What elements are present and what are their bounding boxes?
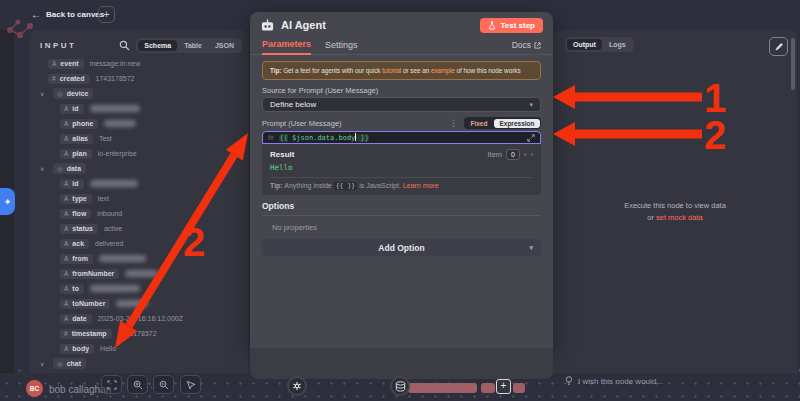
item-index-box[interactable]: 0 <box>506 149 520 160</box>
dialog-tabs: Parameters Settings Docs <box>250 38 553 55</box>
prompt-expression-input[interactable]: fx {{ $json.data.body }} <box>262 131 541 144</box>
schema-field-row[interactable]: Aack delivered <box>30 236 248 251</box>
tip-banner: Tip: Get a feel for agents with our quic… <box>262 61 541 80</box>
chevron-down-icon[interactable]: ∨ <box>40 165 47 172</box>
schema-key: id <box>72 105 78 112</box>
fit-view-icon <box>107 380 117 390</box>
learn-more-link[interactable]: Learn more <box>403 182 439 189</box>
zoom-out-icon <box>159 380 169 390</box>
node-title: AI Agent <box>281 19 326 31</box>
schema-field-row[interactable]: Aid <box>30 176 248 191</box>
zoom-out-button[interactable] <box>153 375 174 394</box>
tab-logs[interactable]: Logs <box>603 39 632 50</box>
add-option-button[interactable]: Add Option ▾ <box>262 239 541 256</box>
docs-link[interactable]: Docs <box>512 40 541 54</box>
mode-fixed[interactable]: Fixed <box>465 119 492 128</box>
tool-node-highlight-left <box>481 383 495 393</box>
schema-field-row[interactable]: Aalias Test <box>30 131 248 146</box>
kebab-menu-icon[interactable]: ⋮ <box>449 118 458 128</box>
schema-key: phone <box>72 120 93 127</box>
schema-object-row[interactable]: ∨ ◎device <box>30 86 248 101</box>
source-for-prompt-select[interactable]: Define below ▾ <box>262 97 541 112</box>
schema-field-row[interactable]: Aevent message:in:new <box>30 56 248 71</box>
expand-expression-icon[interactable] <box>527 134 535 142</box>
schema-field-row[interactable]: Aflow inbound <box>30 206 248 221</box>
schema-field-row[interactable]: AtoNumber <box>30 296 248 311</box>
schema-value: Hello <box>100 345 116 352</box>
result-value: Hello <box>270 163 533 172</box>
schema-field-row[interactable]: Afrom <box>30 251 248 266</box>
external-link-icon <box>534 42 541 49</box>
tab-schema[interactable]: Schema <box>138 40 177 51</box>
schema-value: text <box>98 195 109 202</box>
assistant-badge[interactable]: ✦ <box>0 188 15 215</box>
chevron-down-icon[interactable]: ∨ <box>40 360 47 367</box>
schema-object-row[interactable]: ∨ ◎data <box>30 161 248 176</box>
expression-text: $json.data.body <box>288 134 355 142</box>
schema-value: message:in:new <box>90 60 141 67</box>
back-to-canvas-button[interactable]: ← Back to canvas <box>31 9 104 20</box>
tab-json[interactable]: JSON <box>209 40 240 51</box>
schema-key: chat <box>67 360 81 367</box>
field-type-icon: A <box>64 300 68 307</box>
tool-node-highlight-right <box>513 383 525 393</box>
edit-output-button[interactable] <box>769 37 788 56</box>
schema-field-row[interactable]: Abody Hello <box>30 341 248 356</box>
field-type-icon: A <box>64 225 68 232</box>
schema-key: timestamp <box>72 330 107 337</box>
redacted-value <box>90 105 140 112</box>
search-icon[interactable] <box>119 40 130 51</box>
pointer-tool-button[interactable] <box>180 375 201 394</box>
example-link[interactable]: example <box>431 67 455 74</box>
set-mock-data-link[interactable]: set mock data <box>656 213 703 222</box>
tutorial-link[interactable]: tutorial <box>382 67 401 74</box>
tab-parameters[interactable]: Parameters <box>262 39 311 55</box>
fit-view-button[interactable] <box>101 375 122 394</box>
schema-field-row[interactable]: Aplan io-enterprise <box>30 146 248 161</box>
zoom-in-icon <box>133 380 143 390</box>
schema-value: delivered <box>95 240 123 247</box>
schema-field-row[interactable]: Atype text <box>30 191 248 206</box>
schema-object-row[interactable]: ∨ ◎chat <box>30 356 248 371</box>
test-step-button[interactable]: Test step <box>480 18 543 33</box>
field-type-icon: A <box>64 135 68 142</box>
tab-table[interactable]: Table <box>178 40 208 51</box>
node-feedback-prompt[interactable]: I wish this node would... <box>565 376 663 387</box>
schema-field-row[interactable]: Astatus active <box>30 221 248 236</box>
field-type-icon: A <box>64 210 68 217</box>
schema-key: alias <box>72 135 88 142</box>
schema-key: status <box>72 225 93 232</box>
schema-field-row[interactable]: #timestamp 1743178572 <box>30 326 248 341</box>
mode-expression[interactable]: Expression <box>494 119 539 128</box>
chat-model-connector[interactable] <box>287 376 307 396</box>
schema-value: 1743178572 <box>96 75 135 82</box>
prompt-field-header: Prompt (User Message) ⋮ Fixed Expression <box>262 118 541 128</box>
input-panel-header: INPUT Schema Table JSON <box>40 36 242 54</box>
schema-field-row[interactable]: Aphone <box>30 116 248 131</box>
input-panel: INPUT Schema Table JSON Aevent message:i… <box>30 30 248 373</box>
schema-field-row[interactable]: Adate 2025-03-28T16:16:12.000Z <box>30 311 248 326</box>
scrollbar-thumb[interactable] <box>791 38 795 90</box>
schema-field-row[interactable]: Aid <box>30 101 248 116</box>
schema-key: date <box>72 315 86 322</box>
schema-value: Test <box>99 135 112 142</box>
schema-key: ack <box>72 240 84 247</box>
next-item-icon[interactable]: › <box>531 150 534 159</box>
dialog-body: Tip: Get a feel for agents with our quic… <box>250 55 553 348</box>
memory-connector[interactable] <box>390 376 410 396</box>
schema-field-row[interactable]: #created 1743178572 <box>30 71 248 86</box>
tab-settings[interactable]: Settings <box>325 40 358 54</box>
schema-field-row[interactable]: Ato <box>30 281 248 296</box>
tool-connector-add[interactable]: + <box>496 379 511 394</box>
chevron-down-icon[interactable]: ∨ <box>40 90 47 97</box>
prev-item-icon[interactable]: ‹ <box>524 150 527 159</box>
user-avatar[interactable]: BC <box>26 380 43 397</box>
add-node-button[interactable]: + <box>98 6 115 23</box>
back-to-canvas-label: Back to canvas <box>46 10 104 19</box>
zoom-in-button[interactable] <box>127 375 148 394</box>
schema-field-row[interactable]: AfromNumber <box>30 266 248 281</box>
schema-key: device <box>67 90 89 97</box>
output-empty-state: Execute this node to view data or set mo… <box>553 200 797 224</box>
tab-output[interactable]: Output <box>567 39 602 50</box>
field-type-icon: A <box>64 180 68 187</box>
